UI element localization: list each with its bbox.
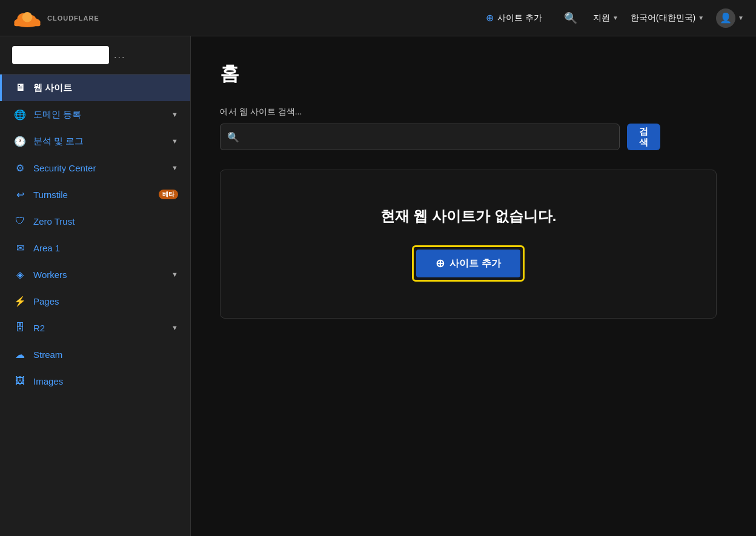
security-icon: ⚙ <box>14 162 26 174</box>
search-button[interactable]: 검 색 <box>627 124 660 150</box>
language-dropdown[interactable]: 한국어(대한민국) ▼ <box>631 13 704 24</box>
sidebar-item-label-security: Security Center <box>33 163 164 173</box>
beta-badge: 베타 <box>159 190 178 199</box>
no-sites-text: 현재 웹 사이트가 없습니다. <box>245 207 692 226</box>
sidebar-item-label-images: Images <box>33 376 178 386</box>
sidebar: ... 🖥웹 사이트🌐도메인 등록▼🕐분석 및 로그▼⚙Security Cen… <box>0 36 191 536</box>
sidebar-item-label-stream: Stream <box>33 349 178 360</box>
sidebar-item-r2[interactable]: 🗄R2▼ <box>0 314 190 341</box>
logo-text: CLOUDFLARE <box>47 15 99 22</box>
user-arrow-icon: ▼ <box>738 15 744 21</box>
add-site-label: 사이트 추가 <box>497 13 542 24</box>
support-dropdown[interactable]: 지원 ▼ <box>593 13 618 24</box>
add-site-card-label: 사이트 추가 <box>449 257 500 270</box>
main-content: 홈 에서 웹 사이트 검색... 🔍 검 색 현재 웹 사이트가 없습니다. ⊕… <box>191 36 756 536</box>
sidebar-nav: 🖥웹 사이트🌐도메인 등록▼🕐분석 및 로그▼⚙Security Center▼… <box>0 74 190 394</box>
add-site-highlight: ⊕ 사이트 추가 <box>412 245 524 282</box>
sidebar-item-label-zerotrust: Zero Trust <box>33 216 178 227</box>
page-title: 홈 <box>220 61 727 87</box>
sidebar-item-websites[interactable]: 🖥웹 사이트 <box>0 74 190 101</box>
analytics-icon: 🕐 <box>14 135 26 147</box>
sidebar-item-turnstile[interactable]: ↩Turnstile베타 <box>0 181 190 208</box>
sidebar-item-security[interactable]: ⚙Security Center▼ <box>0 154 190 181</box>
sidebar-item-label-r2: R2 <box>33 323 164 333</box>
logo[interactable]: CLOUDFLARE <box>12 6 99 30</box>
search-input-icon: 🔍 <box>227 131 239 143</box>
svg-point-3 <box>22 12 33 22</box>
analytics-arrow-icon: ▼ <box>171 137 178 145</box>
topnav-search-button[interactable]: 🔍 <box>560 8 581 28</box>
sidebar-item-stream[interactable]: ☁Stream <box>0 341 190 368</box>
svg-rect-4 <box>14 22 40 26</box>
layout: ... 🖥웹 사이트🌐도메인 등록▼🕐분석 및 로그▼⚙Security Cen… <box>0 36 756 536</box>
sidebar-item-label-analytics: 분석 및 로그 <box>33 136 164 147</box>
sidebar-item-label-websites: 웹 사이트 <box>33 82 178 94</box>
sidebar-item-area1[interactable]: ✉Area 1 <box>0 234 190 261</box>
workers-icon: ◈ <box>14 268 26 280</box>
domain-icon: 🌐 <box>14 108 26 121</box>
domain-arrow-icon: ▼ <box>171 111 178 118</box>
support-label: 지원 <box>593 13 610 24</box>
r2-icon: 🗄 <box>14 322 26 334</box>
r2-arrow-icon: ▼ <box>171 324 178 331</box>
search-section: 에서 웹 사이트 검색... 🔍 검 색 <box>220 107 727 150</box>
topnav: CLOUDFLARE ⊕ 사이트 추가 🔍 지원 ▼ 한국어(대한민국) ▼ 👤… <box>0 0 756 36</box>
security-arrow-icon: ▼ <box>171 164 178 171</box>
search-label: 에서 웹 사이트 검색... <box>220 107 727 117</box>
add-site-button[interactable]: ⊕ 사이트 추가 <box>480 8 548 27</box>
user-avatar: 👤 <box>716 8 735 28</box>
add-plus-icon: ⊕ <box>436 257 445 270</box>
sidebar-item-domain[interactable]: 🌐도메인 등록▼ <box>0 101 190 128</box>
zerotrust-icon: 🛡 <box>14 215 26 227</box>
sidebar-item-label-domain: 도메인 등록 <box>33 109 164 121</box>
no-sites-card: 현재 웹 사이트가 없습니다. ⊕ 사이트 추가 <box>220 170 717 319</box>
sidebar-item-zerotrust[interactable]: 🛡Zero Trust <box>0 208 190 234</box>
sidebar-item-label-area1: Area 1 <box>33 243 178 253</box>
account-name[interactable] <box>12 46 109 64</box>
area1-icon: ✉ <box>14 242 26 254</box>
turnstile-icon: ↩ <box>14 188 26 200</box>
workers-arrow-icon: ▼ <box>171 271 178 278</box>
stream-icon: ☁ <box>14 348 26 360</box>
sidebar-item-workers[interactable]: ◈Workers▼ <box>0 261 190 288</box>
sidebar-item-images[interactable]: 🖼Images <box>0 368 190 394</box>
account-section: ... <box>0 36 190 74</box>
sidebar-item-analytics[interactable]: 🕐분석 및 로그▼ <box>0 128 190 154</box>
add-site-card-button[interactable]: ⊕ 사이트 추가 <box>416 250 520 277</box>
sidebar-item-pages[interactable]: ⚡Pages <box>0 288 190 314</box>
search-input[interactable] <box>220 124 620 150</box>
account-menu-dots[interactable]: ... <box>114 50 125 61</box>
search-input-wrapper: 🔍 <box>220 124 620 150</box>
search-label-text: 에서 웹 사이트 검색... <box>220 107 302 116</box>
user-menu[interactable]: 👤 ▼ <box>716 8 744 28</box>
sidebar-item-label-turnstile: Turnstile <box>33 190 149 200</box>
search-row: 🔍 검 색 <box>220 124 727 150</box>
images-icon: 🖼 <box>14 375 26 387</box>
plus-icon: ⊕ <box>486 12 494 24</box>
topnav-actions: ⊕ 사이트 추가 🔍 지원 ▼ 한국어(대한민국) ▼ 👤 ▼ <box>480 8 744 28</box>
support-arrow-icon: ▼ <box>612 15 618 21</box>
cloudflare-logo <box>12 6 42 30</box>
language-label: 한국어(대한민국) <box>631 13 695 24</box>
pages-icon: ⚡ <box>14 295 26 307</box>
sidebar-item-label-workers: Workers <box>33 270 164 280</box>
language-arrow-icon: ▼ <box>698 15 704 21</box>
sidebar-item-label-pages: Pages <box>33 296 178 306</box>
websites-icon: 🖥 <box>14 82 26 94</box>
